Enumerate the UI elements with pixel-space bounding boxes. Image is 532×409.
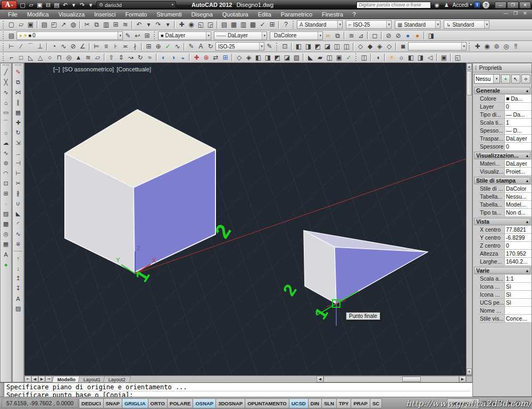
dim-style-combo2[interactable]: ISO-25 ▾ (215, 42, 264, 51)
prop-spessore-linea[interactable]: Spesso... — D... (479, 127, 531, 135)
publish-icon[interactable]: ↗ (59, 20, 68, 29)
vertical-scroll-thumb[interactable] (467, 71, 472, 95)
right-view-icon[interactable]: ◪ (323, 42, 332, 51)
dim-style-manager-icon[interactable]: ✎ (265, 42, 274, 51)
paste-special-icon[interactable]: ⊞ (111, 20, 120, 29)
prop-scala-tipo-linea[interactable]: Scala ti... 1 (479, 119, 531, 127)
insert-block-icon[interactable]: ⊡ (1, 178, 11, 189)
property-value[interactable]: Non d... (505, 209, 531, 217)
planar-surface-icon[interactable]: ▱ (93, 53, 102, 62)
camera-icon[interactable]: ◙ (398, 42, 408, 51)
prop-visualizzazione-ombre[interactable]: Visualiz... Proiet... (479, 168, 531, 176)
make-layer-current-icon[interactable]: ✎ (123, 31, 132, 40)
zoom-icon[interactable]: ◉ (483, 42, 492, 51)
array-icon[interactable]: ▦ (13, 108, 23, 118)
rotate-icon[interactable]: ↻ (13, 128, 23, 138)
break-at-point-icon[interactable]: ✂ (13, 178, 23, 189)
bring-above-icon[interactable]: ↥ (13, 273, 23, 283)
copy-object-icon[interactable]: ⧉ (13, 77, 23, 87)
cone-icon[interactable]: △ (36, 53, 45, 62)
drawing-canvas[interactable]: X Y Z 2 1 2 1 [−][SO assonometrico][Conc… (24, 63, 466, 375)
toolbar-grip[interactable] (15, 64, 21, 66)
wedge-icon[interactable]: ◺ (26, 53, 35, 62)
point-style-icon[interactable]: ● (1, 259, 11, 269)
interference-icon[interactable]: ◫ (325, 53, 334, 62)
property-value[interactable] (505, 307, 531, 315)
mleader-style-combo[interactable]: ↳ Standard ▾ (444, 20, 489, 29)
redo-arrow-icon[interactable]: ▾ (163, 20, 172, 29)
break-icon[interactable]: ∦ (13, 189, 23, 199)
tray-update-icon[interactable]: ↻ (497, 399, 505, 407)
quick-select-button[interactable]: ✧ (521, 75, 530, 84)
collapse-arrow-icon[interactable]: ▴ (526, 153, 528, 158)
prop-scala-annotazione[interactable]: Scala a... 1:1 (479, 275, 531, 283)
union-icon[interactable]: ◐ (159, 53, 168, 62)
collapse-arrow-icon[interactable]: ▴ (526, 178, 528, 183)
left-view-icon[interactable]: ◩ (313, 42, 322, 51)
constrained-orbit-icon[interactable]: ⊚ (492, 42, 501, 51)
menu-strumenti[interactable]: Strumenti (152, 11, 186, 18)
tool-palettes-icon[interactable]: ▥ (239, 20, 248, 29)
toolbar-grip[interactable] (154, 31, 156, 39)
property-value[interactable]: Sì (505, 283, 531, 291)
property-value[interactable]: Conce... (505, 315, 531, 323)
presspull-icon[interactable]: ⇕ (117, 53, 126, 62)
collapse-arrow-icon[interactable]: ▴ (526, 268, 528, 273)
signin-button[interactable]: Accedi▾ (452, 2, 472, 8)
prop-nome-ucs[interactable]: Nome ... (479, 307, 531, 315)
shaded-icon[interactable]: ◨ (427, 31, 436, 40)
toggle-griglia[interactable]: GRIGLIA (122, 398, 148, 408)
qat-save-icon[interactable]: ▣ (36, 1, 44, 9)
wedge-front-face[interactable] (335, 247, 428, 304)
extract-edges-icon[interactable]: ◇ (235, 53, 244, 62)
toolbar-grip[interactable] (276, 43, 278, 51)
3d-move-icon[interactable]: ✚ (192, 53, 201, 62)
construction-line-icon[interactable]: ╳ (1, 77, 11, 87)
annotation-scale-icon[interactable]: ≊ (347, 31, 356, 40)
dimension-space-icon[interactable]: ≍ (121, 42, 130, 51)
freeze-sun-icon[interactable]: ☀ (23, 33, 27, 38)
menu-help[interactable]: ? (348, 11, 361, 18)
prop-icona-ucs-origine[interactable]: Icona ... Sì (479, 291, 531, 299)
stretch-icon[interactable]: → (13, 148, 23, 158)
toggle-osnap[interactable]: OSNAP (193, 398, 216, 408)
box-icon[interactable]: □ (16, 53, 26, 62)
back-view-icon[interactable]: ◫ (342, 42, 351, 51)
trim-icon[interactable]: ⊣ (13, 158, 23, 168)
property-value[interactable]: 0 (505, 103, 531, 111)
undo-arrow-icon[interactable]: ▾ (144, 20, 153, 29)
menu-visualizza[interactable]: Visualizza (54, 11, 89, 18)
top-view-icon[interactable]: ◧ (294, 42, 303, 51)
toggle-din[interactable]: DIN (308, 398, 322, 408)
prop-icona-ucs-on[interactable]: Icona ... Sì (479, 283, 531, 291)
polysolid-icon[interactable]: ⌐ (7, 53, 16, 62)
bring-to-front-icon[interactable]: ↑ (13, 253, 23, 263)
collapse-arrow-icon[interactable]: ▴ (526, 88, 528, 93)
property-value[interactable]: DaLayer (505, 160, 531, 168)
materials-icon[interactable]: ◨ (416, 53, 425, 62)
dimension-text-edit-icon[interactable]: A (196, 42, 205, 51)
angular-icon[interactable]: ∠ (78, 42, 87, 51)
menu-modifica[interactable]: Modifica (22, 11, 54, 18)
hscroll-right-button[interactable]: ▶ (459, 376, 466, 382)
menu-file[interactable]: File (3, 11, 22, 18)
move-icon[interactable]: ✚ (13, 118, 23, 128)
close-button[interactable]: ✕ (519, 2, 531, 9)
sphere-icon[interactable]: ○ (45, 53, 54, 62)
baseline-dimension-icon[interactable]: ≡ (102, 42, 111, 51)
linetype-combo[interactable]: —— DaLayer ▾ (214, 31, 267, 40)
menu-finestra[interactable]: Finestra (317, 11, 348, 18)
chevron-down-icon[interactable]: ▾ (262, 32, 267, 39)
toolbar-grip[interactable] (3, 64, 9, 66)
sun-status-icon[interactable]: ☼ (397, 53, 406, 62)
arc-icon[interactable]: ⌒ (1, 118, 11, 128)
prop-tipo-di-linea[interactable]: Tipo di... — Da... (479, 111, 531, 119)
cylinder-icon[interactable]: ⊓ (55, 53, 64, 62)
realistic-icon[interactable]: ● (403, 31, 412, 40)
match-properties-icon[interactable]: ≋ (121, 20, 130, 29)
text-style-combo[interactable]: A Standard ▾ (297, 20, 343, 29)
tab-next-button[interactable]: ▶ (38, 376, 45, 382)
wireframe-icon[interactable]: ⊘ (384, 31, 393, 40)
region-icon[interactable]: ◎ (1, 229, 11, 239)
horizontal-scroll-thumb[interactable] (402, 377, 421, 382)
